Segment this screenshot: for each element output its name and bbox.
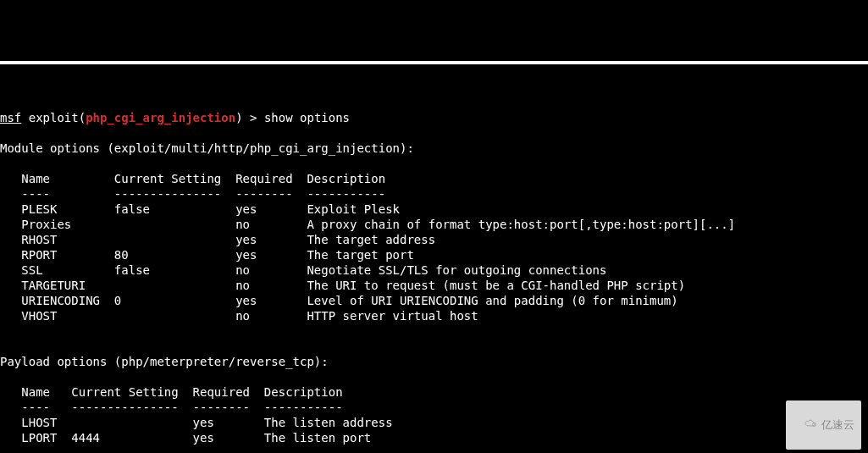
table-row: LPORT 4444 yes The listen port <box>0 431 371 445</box>
module-name: php_cgi_arg_injection <box>86 111 235 124</box>
payload-table-divider: ---- --------------- -------- ----------… <box>0 401 343 414</box>
close-paren: ) > <box>235 111 264 124</box>
command-text: show options <box>264 111 350 124</box>
table-row: VHOST no HTTP server virtual host <box>0 309 478 323</box>
table-row: PLESK false yes Exploit Plesk <box>0 202 400 216</box>
exploit-word: exploit( <box>21 111 86 124</box>
watermark-text: 亿速云 <box>821 417 854 433</box>
table-row: URIENCODING 0 yes Level of URI URIENCODI… <box>0 294 678 307</box>
module-table-head: Name Current Setting Required Descriptio… <box>0 172 385 185</box>
table-row: Proxies no A proxy chain of format type:… <box>0 218 735 231</box>
prompt-line[interactable]: msf exploit(php_cgi_arg_injection) > sho… <box>0 111 350 124</box>
module-table-divider: ---- --------------- -------- ----------… <box>0 187 385 201</box>
window-top-border <box>0 61 868 64</box>
msf-label: msf <box>0 111 21 124</box>
table-row: LHOST yes The listen address <box>0 416 393 429</box>
table-row: TARGETURI no The URI to request (must be… <box>0 279 685 292</box>
table-row: SSL false no Negotiate SSL/TLS for outgo… <box>0 263 606 277</box>
cloud-icon <box>791 402 818 448</box>
watermark-badge: 亿速云 <box>786 401 861 450</box>
payload-options-header: Payload options (php/meterpreter/reverse… <box>0 355 329 368</box>
table-row: RHOST yes The target address <box>0 233 435 246</box>
table-row: RPORT 80 yes The target port <box>0 248 414 262</box>
payload-table-head: Name Current Setting Required Descriptio… <box>0 385 343 399</box>
terminal-output: msf exploit(php_cgi_arg_injection) > sho… <box>0 95 868 453</box>
module-options-header: Module options (exploit/multi/http/php_c… <box>0 141 414 155</box>
